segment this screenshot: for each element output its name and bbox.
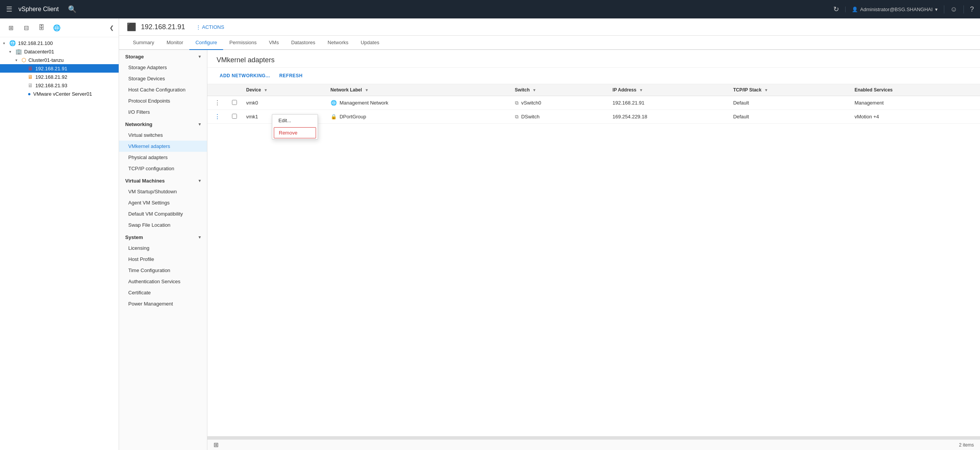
filter-tcpip-icon[interactable]: ▼ (764, 88, 768, 92)
tab-vms[interactable]: VMs (263, 36, 285, 50)
table-row[interactable]: ⋮ vmk0 🌐 Management Netw (207, 96, 980, 110)
main-layout: ⊞ ⊟ 🗄 🌐 ❮ 🌐 192.168.21.100 🏢 Datacenter0… (0, 18, 980, 450)
config-item-time-config[interactable]: Time Configuration (119, 265, 207, 276)
config-item-licensing[interactable]: Licensing (119, 242, 207, 254)
config-item-certificate[interactable]: Certificate (119, 287, 207, 298)
config-item-default-vm[interactable]: Default VM Compatibility (119, 208, 207, 219)
tab-summary[interactable]: Summary (127, 36, 161, 50)
sidebar-icon-grid[interactable]: ⊞ (5, 22, 17, 34)
root-icon: 🌐 (9, 40, 16, 46)
user-menu[interactable]: 👤 Administrator@BSG.SHANGHAI ▾ (845, 7, 938, 12)
row2-menu-btn[interactable]: ⋮ (212, 113, 223, 121)
tree-item-dc[interactable]: 🏢 Datacenter01 (0, 47, 119, 56)
config-item-auth-services[interactable]: Authentication Services (119, 276, 207, 287)
host93-icon: 🖥 (28, 82, 33, 88)
th-menu (207, 84, 227, 96)
refresh-button[interactable]: REFRESH (276, 71, 306, 80)
sidebar-icon-vm[interactable]: ⊟ (20, 22, 32, 34)
main-panel: VMkernel adapters ADD NETWORKING... REFR… (207, 50, 980, 450)
config-item-physical-adapters[interactable]: Physical adapters (119, 152, 207, 163)
row1-menu-btn[interactable]: ⋮ (212, 99, 223, 107)
sidebar-collapse-btn[interactable]: ❮ (109, 25, 114, 31)
topbar: ☰ vSphere Client 🔍 ↻ 👤 Administrator@BSG… (0, 0, 980, 18)
user-icon: 👤 (852, 7, 858, 12)
tree-item-root[interactable]: 🌐 192.168.21.100 (0, 39, 119, 47)
config-item-storage-devices[interactable]: Storage Devices (119, 73, 207, 84)
row2-menu[interactable]: ⋮ (207, 110, 227, 124)
config-item-tcpip-config[interactable]: TCP/IP configuration (119, 163, 207, 174)
app-title: vSphere Client (18, 6, 59, 13)
tree-item-host93[interactable]: 🖥 192.168.21.93 (0, 81, 119, 90)
context-menu: Edit... Remove (272, 114, 318, 139)
row2-checkbox-input[interactable] (232, 114, 237, 119)
table-row[interactable]: ⋮ vmk1 🔒 DPortGroup (207, 110, 980, 124)
filter-device-icon[interactable]: ▼ (264, 88, 268, 92)
tab-updates[interactable]: Updates (354, 36, 385, 50)
config-item-vm-startup[interactable]: VM Startup/Shutdown (119, 186, 207, 197)
tab-networks[interactable]: Networks (321, 36, 354, 50)
actions-button[interactable]: ACTIONS (196, 24, 224, 30)
config-item-storage-adapters[interactable]: Storage Adapters (119, 62, 207, 73)
config-item-vmkernel-adapters[interactable]: VMkernel adapters (119, 141, 207, 152)
config-section-vms[interactable]: Virtual Machines ▾ (119, 174, 207, 186)
panel-toolbar: ADD NETWORKING... REFRESH (207, 68, 980, 84)
chevron-storage: ▾ (199, 54, 201, 59)
th-services[interactable]: Enabled Services (850, 84, 980, 96)
config-section-system[interactable]: System ▾ (119, 231, 207, 242)
row1-checkbox[interactable] (227, 96, 242, 110)
config-item-agent-vm[interactable]: Agent VM Settings (119, 197, 207, 208)
tab-datastores[interactable]: Datastores (285, 36, 321, 50)
cluster-icon: ⬡ (22, 57, 26, 63)
config-item-protocol-endpoints[interactable]: Protocol Endpoints (119, 95, 207, 106)
config-section-vms-label: Virtual Machines (125, 178, 165, 184)
config-section-networking[interactable]: Networking ▾ (119, 118, 207, 130)
add-networking-button[interactable]: ADD NETWORKING... (217, 71, 273, 80)
host92-icon: 🖥 (28, 74, 33, 80)
config-item-io-filters[interactable]: I/O Filters (119, 106, 207, 118)
config-section-storage[interactable]: Storage ▾ (119, 50, 207, 62)
th-ip-address[interactable]: IP Address ▼ (608, 84, 728, 96)
sidebar-icon-storage[interactable]: 🗄 (35, 22, 48, 34)
config-item-host-profile[interactable]: Host Profile (119, 254, 207, 265)
tab-configure[interactable]: Configure (189, 36, 223, 50)
chevron-root (3, 41, 8, 45)
h-scrollbar[interactable] (207, 436, 980, 439)
chevron-cluster (15, 58, 20, 62)
th-switch[interactable]: Switch ▼ (510, 84, 608, 96)
config-item-power-mgmt[interactable]: Power Management (119, 298, 207, 309)
th-network-label[interactable]: Network Label ▼ (326, 84, 510, 96)
tree-item-vcenter[interactable]: ● VMware vCenter Server01 (0, 90, 119, 98)
help-icon[interactable]: ? (963, 5, 974, 13)
th-device[interactable]: Device ▼ (242, 84, 326, 96)
row1-menu[interactable]: ⋮ (207, 96, 227, 110)
search-icon[interactable]: 🔍 (68, 5, 76, 13)
config-section-networking-label: Networking (125, 121, 152, 127)
filter-ip-icon[interactable]: ▼ (639, 88, 643, 92)
config-item-host-cache[interactable]: Host Cache Configuration (119, 84, 207, 95)
th-tcpip[interactable]: TCP/IP Stack ▼ (728, 84, 850, 96)
row1-checkbox-input[interactable] (232, 100, 237, 105)
object-header: ⬛ 192.168.21.91 ACTIONS (119, 18, 980, 36)
row2-checkbox[interactable] (227, 110, 242, 124)
hamburger-icon[interactable]: ☰ (6, 5, 12, 13)
sidebar-icon-network[interactable]: 🌐 (51, 22, 63, 34)
filter-network-icon[interactable]: ▼ (365, 88, 369, 92)
refresh-icon[interactable]: ↻ (833, 5, 839, 13)
face-icon[interactable]: ☺ (944, 5, 957, 13)
content-area: ⬛ 192.168.21.91 ACTIONS Summary Monitor … (119, 18, 980, 450)
config-item-virtual-switches[interactable]: Virtual switches (119, 130, 207, 141)
table-header-row: Device ▼ Network Label ▼ Switch ▼ (207, 84, 980, 96)
config-section-system-label: System (125, 234, 143, 240)
context-menu-remove[interactable]: Remove (274, 127, 316, 138)
tree-item-host92[interactable]: 🖥 192.168.21.92 (0, 73, 119, 81)
row1-network: 🌐 Management Network (326, 96, 510, 110)
config-item-swap-file[interactable]: Swap File Location (119, 219, 207, 231)
context-menu-edit[interactable]: Edit... (272, 115, 318, 126)
tree-item-host91[interactable]: 🖥 192.168.21.91 (0, 64, 119, 73)
config-section-storage-label: Storage (125, 54, 144, 60)
filter-switch-icon[interactable]: ▼ (533, 88, 536, 92)
tree-item-cluster[interactable]: ⬡ Cluster01-tanzu (0, 56, 119, 64)
tab-permissions[interactable]: Permissions (223, 36, 263, 50)
tab-monitor[interactable]: Monitor (161, 36, 189, 50)
panel-collapse-icon[interactable]: ⊞ (214, 441, 219, 448)
